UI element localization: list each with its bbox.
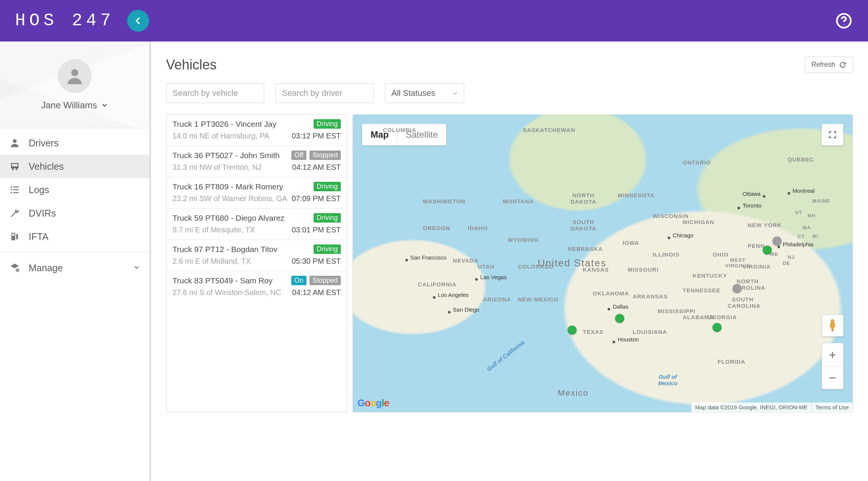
search-vehicle-input[interactable]	[166, 83, 264, 103]
vehicle-time: 03:12 PM EST	[292, 132, 341, 140]
vehicle-list-item[interactable]: Truck 83 PT5049 - Sam RoyOnStopped27.6 m…	[166, 271, 347, 302]
search-driver-input[interactable]	[275, 83, 374, 103]
status-badge: Stopped	[309, 276, 341, 285]
vehicle-location: 31.3 mi NW of Trenton, NJ	[172, 163, 292, 172]
vehicle-time: 04:12 AM EST	[292, 288, 341, 297]
page-title: Vehicles	[166, 57, 217, 73]
vehicle-location: 27.6 mi S of Winston-Salem, NC	[172, 288, 292, 297]
nav-drivers[interactable]: Drivers	[0, 131, 149, 155]
profile-block: Jane Williams	[0, 41, 149, 128]
status-badge: Driving	[314, 182, 341, 191]
fullscreen-icon	[828, 130, 837, 139]
svg-rect-6	[12, 164, 18, 166]
status-filter-value: All Statuses	[391, 88, 435, 98]
fullscreen-button[interactable]	[822, 124, 843, 146]
sidebar: Jane Williams Drivers Vehicles Logs DVIR…	[0, 41, 151, 481]
vehicle-list-item[interactable]: Truck 1 PT3026 - Vincent JayDriving14.0 …	[166, 115, 347, 146]
nav-logs-label: Logs	[29, 184, 49, 195]
zoom-out-button[interactable]: −	[822, 366, 843, 389]
vehicle-title: Truck 16 PT809 - Mark Romery	[172, 182, 311, 191]
nav-divider	[0, 252, 149, 252]
nav-manage-expand	[133, 263, 140, 274]
vehicle-title: Truck 83 PT5049 - Sam Roy	[172, 276, 288, 285]
vehicle-list-item[interactable]: Truck 97 PT12 - Bogdan TitovDriving2.6 m…	[166, 240, 347, 271]
svg-point-9	[11, 189, 12, 191]
map[interactable]: Map Satellite + −	[352, 114, 853, 412]
status-badge: Driving	[314, 119, 341, 129]
title-row: Vehicles Refresh	[166, 57, 853, 73]
main: Vehicles Refresh All Statuses Truck 1 PT…	[151, 41, 868, 481]
map-marker[interactable]	[763, 246, 772, 255]
terms-link[interactable]: Terms of Use	[811, 403, 853, 412]
help-button[interactable]	[835, 12, 853, 30]
status-badge: Driving	[314, 213, 341, 223]
svg-rect-8	[13, 186, 18, 187]
sidebar-collapse-button[interactable]	[127, 10, 149, 32]
vehicle-list-item[interactable]: Truck 16 PT809 - Mark RomeryDriving23.2 …	[166, 177, 347, 209]
chevron-down-icon	[101, 101, 108, 109]
vehicle-list[interactable]: Truck 1 PT3026 - Vincent JayDriving14.0 …	[166, 114, 347, 412]
svg-rect-12	[13, 192, 18, 193]
nav-ifta[interactable]: IFTA	[0, 225, 149, 248]
status-badge: Driving	[314, 244, 341, 254]
map-marker[interactable]	[615, 314, 624, 323]
nav-manage-label: Manage	[29, 263, 63, 274]
chevron-down-icon	[133, 264, 140, 271]
zoom-controls: + −	[822, 343, 843, 389]
svg-point-3	[13, 139, 17, 143]
svg-point-4	[12, 168, 14, 170]
pegman-icon	[827, 319, 838, 332]
status-filter[interactable]: All Statuses	[385, 83, 464, 103]
vehicle-title: Truck 97 PT12 - Bogdan Titov	[172, 245, 311, 254]
nav: Drivers Vehicles Logs DVIRs IFTA Manag	[0, 128, 149, 280]
vehicle-location: 23.2 mi SW of Warner Robins, GA	[172, 194, 292, 203]
map-view-button[interactable]: Map	[362, 124, 397, 145]
vehicle-location: 14.0 mi NE of Harrisburg, PA	[172, 132, 292, 140]
svg-point-15	[831, 320, 834, 323]
nav-drivers-label: Drivers	[29, 138, 58, 149]
status-badge: Stopped	[309, 151, 341, 160]
streetview-button[interactable]	[822, 315, 843, 337]
nav-ifta-label: IFTA	[29, 231, 48, 242]
svg-point-11	[11, 192, 12, 194]
vehicle-location: 2.6 mi E of Midland, TX	[172, 257, 292, 266]
wrench-icon	[9, 207, 20, 219]
manage-icon	[9, 262, 20, 274]
refresh-label: Refresh	[811, 61, 835, 69]
nav-vehicles[interactable]: Vehicles	[0, 155, 149, 178]
vehicle-time: 03:01 PM EST	[292, 226, 341, 234]
vehicle-list-item[interactable]: Truck 59 PT680 - Diego AlvarezDriving9.7…	[166, 209, 347, 240]
satellite-view-button[interactable]: Satellite	[397, 124, 446, 145]
svg-point-7	[11, 186, 12, 188]
user-icon	[64, 66, 85, 87]
status-badge: On	[291, 276, 306, 285]
fuel-icon	[9, 231, 20, 242]
map-attribution: Map data ©2019 Google, INEGI, ORION-ME T…	[691, 403, 853, 412]
brand-logo: HOS 247	[15, 11, 114, 31]
nav-logs[interactable]: Logs	[0, 178, 149, 201]
help-icon	[836, 12, 852, 29]
nav-manage[interactable]: Manage	[0, 256, 149, 280]
bus-icon	[9, 161, 20, 172]
refresh-icon	[839, 61, 846, 69]
map-marker[interactable]	[713, 323, 722, 332]
topbar: HOS 247	[0, 0, 868, 41]
svg-point-1	[843, 24, 844, 25]
refresh-button[interactable]: Refresh	[805, 57, 853, 73]
google-logo: Google	[357, 397, 389, 409]
username: Jane Williams	[41, 100, 97, 111]
nav-dvirs[interactable]: DVIRs	[0, 201, 149, 225]
vehicle-location: 9.7 mi E of Mesquite, TX	[172, 226, 292, 234]
map-canvas	[353, 115, 853, 412]
svg-point-2	[71, 69, 78, 76]
chevron-left-icon	[133, 15, 143, 26]
zoom-in-button[interactable]: +	[822, 343, 843, 366]
vehicle-title: Truck 59 PT680 - Diego Alvarez	[172, 214, 311, 223]
user-menu[interactable]: Jane Williams	[41, 100, 108, 111]
vehicle-list-item[interactable]: Truck 36 PT5027 - John SmithOffStopped31…	[166, 146, 347, 177]
vehicle-time: 05:30 PM EST	[292, 257, 341, 266]
vehicle-time: 07:09 PM EST	[292, 194, 341, 203]
svg-rect-13	[12, 234, 14, 236]
status-badge: Off	[291, 151, 306, 160]
svg-point-5	[16, 168, 18, 170]
